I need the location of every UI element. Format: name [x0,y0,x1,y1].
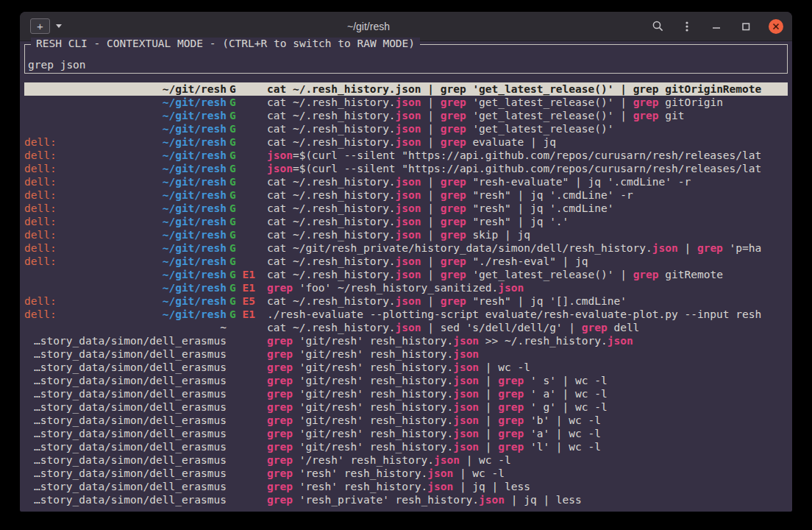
history-row[interactable]: dell:~/git/reshGcat ~/.resh_history.json… [24,202,788,215]
flags-cell: G [227,82,267,96]
exit-code-flag: E1 [242,269,254,280]
command-segment-match: json [396,255,421,267]
tab-dropdown-caret-icon[interactable] [56,24,62,28]
close-button[interactable] [769,19,783,34]
search-query-input[interactable]: grep json [28,59,86,71]
history-row[interactable]: dell:~/git/reshGcat ~/.resh_history.json… [24,188,788,202]
command-segment-match: grep [267,335,293,347]
command-segment-match: grep [267,441,293,453]
history-row[interactable]: dell:~/git/reshGcat ~/.resh_history.json… [24,175,788,188]
history-row[interactable]: …story_data/simon/dell_erasmusgrep 'git/… [24,427,788,440]
history-row[interactable]: ~/git/reshGcat ~/.resh_history.json | gr… [24,96,788,109]
history-row[interactable]: …story_data/simon/dell_erasmusgrep 'git/… [24,347,788,361]
flags-cell: G [227,202,267,215]
history-row[interactable]: dell:~/git/reshGcat ~/.resh_history.json… [24,255,788,268]
command-segment-match: grep [267,454,293,466]
new-tab-button[interactable]: + [30,18,50,34]
history-row[interactable]: …story_data/simon/dell_erasmusgrep 'resh… [24,493,788,506]
directory-label: ~/git/resh [163,255,227,268]
history-row[interactable]: dell:~/git/reshGcat ~/git/resh_private/h… [24,241,788,255]
git-flag: G [229,308,236,320]
directory-label: …story_data/simon/dell_erasmus [34,361,227,374]
command-segment-match: grep [441,110,466,121]
history-row[interactable]: ~cat ~/.resh_history.json | sed 's/dell/… [24,321,788,334]
terminal-content: RESH CLI - CONTEXTUAL MODE - (CTRL+R to … [20,41,792,511]
flags-cell: G [227,228,267,241]
host-dir-cell: dell:~/git/resh [24,294,227,308]
host-label: dell: [24,228,57,241]
command-segment: cat ~/.resh_history. [267,189,396,201]
command-text: cat ~/.resh_history.json | grep evaluate… [267,135,788,149]
history-row[interactable]: dell:~/git/reshG E5cat ~/.resh_history.j… [24,294,788,308]
command-text: grep 'git/resh' resh_history.json | grep… [267,400,788,414]
command-segment: | [421,189,441,201]
host-dir-cell: …story_data/simon/dell_erasmus [24,334,227,347]
command-segment: 'resh' resh_history. [293,467,427,479]
history-row[interactable]: dell:~/git/reshG E1./resh-evaluate --plo… [24,308,788,321]
history-row[interactable]: …story_data/simon/dell_erasmusgrep 'git/… [24,361,788,374]
command-segment-match: json [427,481,453,492]
command-segment-match: json [453,428,479,439]
history-row[interactable]: ~/git/reshGcat ~/.resh_history.json | gr… [24,109,788,122]
menu-button[interactable] [680,20,694,33]
command-segment-match: grep [582,322,608,333]
command-segment-match: grep [267,388,293,400]
history-row[interactable]: …story_data/simon/dell_erasmusgrep 'git/… [24,387,788,400]
history-row[interactable]: …story_data/simon/dell_erasmusgrep 'git/… [24,414,788,427]
history-row[interactable]: dell:~/git/reshGcat ~/.resh_history.json… [24,228,788,241]
history-row[interactable]: …story_data/simon/dell_erasmusgrep 'resh… [24,480,788,493]
history-row[interactable]: …story_data/simon/dell_erasmusgrep 'git/… [24,334,788,347]
host-label: dell: [24,188,57,202]
history-row[interactable]: …story_data/simon/dell_erasmusgrep 'git/… [24,400,788,414]
command-segment-match: json [396,96,421,108]
history-row[interactable]: ~/git/reshGcat ~/.resh_history.json | gr… [24,122,788,135]
command-segment: | [421,176,441,188]
directory-label: …story_data/simon/dell_erasmus [34,453,227,467]
directory-label: ~/git/resh [163,82,227,96]
restore-button[interactable] [739,20,752,33]
history-row[interactable]: ~/git/reshG E1cat ~/.resh_history.json |… [24,268,788,281]
command-segment: | [421,229,441,241]
command-text: cat ~/.resh_history.json | sed 's/dell/d… [267,321,788,334]
exit-code-flag: E5 [242,295,254,307]
history-row[interactable]: dell:~/git/reshGjson=$(curl --silent "ht… [24,162,788,175]
command-segment-match: grep [441,229,466,241]
history-row[interactable]: dell:~/git/reshGcat ~/.resh_history.json… [24,215,788,228]
host-dir-cell: …story_data/simon/dell_erasmus [24,427,227,440]
directory-label: ~/git/resh [163,241,227,255]
flags-cell [227,414,267,427]
command-segment-match: grep [498,401,524,413]
command-segment: 'get_latest_release()' | [466,269,633,280]
command-segment: | [421,202,441,214]
command-segment: 'git/resh' resh_history. [293,414,453,426]
history-row[interactable]: ~/git/reshGcat ~/.resh_history.json | gr… [24,82,788,96]
command-segment-match: json [396,322,421,333]
flags-cell [227,440,267,453]
command-segment-match: grep [498,441,524,453]
search-button[interactable] [651,20,664,33]
history-row[interactable]: …story_data/simon/dell_erasmusgrep 'git/… [24,374,788,387]
command-text: grep 'resh' resh_history.json | wc -l [267,467,788,480]
command-text: cat ~/.resh_history.json | grep "resh" |… [267,188,788,202]
history-row[interactable]: …story_data/simon/dell_erasmusgrep 'git/… [24,440,788,453]
history-row[interactable]: dell:~/git/reshGjson=$(curl --silent "ht… [24,149,788,162]
host-dir-cell: dell:~/git/resh [24,149,227,162]
host-dir-cell: ~/git/resh [24,122,227,135]
command-segment: "./resh-eval" | jq [466,255,588,267]
command-segment: | [421,123,441,135]
command-segment: cat ~/.resh_history. [267,216,396,227]
flags-cell: G [227,188,267,202]
command-text: grep 'git/resh' resh_history.json | wc -… [267,361,788,374]
command-segment: | [421,110,441,121]
host-label: dell: [24,202,57,215]
history-row[interactable]: dell:~/git/reshGcat ~/.resh_history.json… [24,135,788,149]
command-segment: | [421,295,441,307]
directory-label: …story_data/simon/dell_erasmus [34,387,227,400]
command-segment: | [421,96,441,108]
directory-label: …story_data/simon/dell_erasmus [34,374,227,387]
git-flag: G [229,176,236,188]
minimize-button[interactable] [710,20,723,33]
history-row[interactable]: ~/git/reshG E1grep 'foo' ~/resh_history_… [24,281,788,294]
history-row[interactable]: …story_data/simon/dell_erasmusgrep 'resh… [24,467,788,480]
history-row[interactable]: …story_data/simon/dell_erasmusgrep '/res… [24,453,788,467]
